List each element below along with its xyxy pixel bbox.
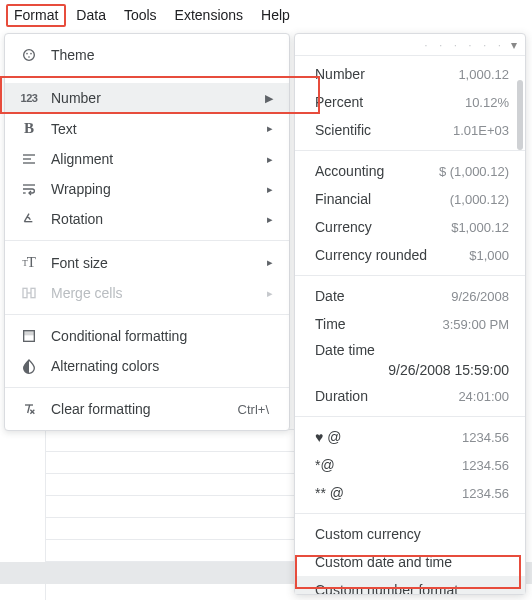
submenu-item-token-heart[interactable]: ♥ @ 1234.56	[295, 423, 525, 451]
svg-point-3	[28, 56, 30, 58]
menu-item-wrapping[interactable]: Wrapping ▸	[5, 174, 289, 204]
submenu-label: Scientific	[315, 122, 371, 138]
submenu-example: 1,000.12	[458, 67, 509, 82]
overflow-toolbar-icons: · · · · · ·	[424, 38, 505, 52]
menu-item-rotation[interactable]: Rotation ▸	[5, 204, 289, 234]
menu-item-text[interactable]: B Text ▸	[5, 113, 289, 144]
submenu-example: 9/26/2008	[451, 289, 509, 304]
menu-item-label: Clear formatting	[51, 401, 226, 417]
submenu-item-accounting[interactable]: Accounting $ (1,000.12)	[295, 157, 525, 185]
menu-item-label: Number	[51, 90, 253, 106]
submenu-label: Accounting	[315, 163, 384, 179]
submenu-item-scientific[interactable]: Scientific 1.01E+03	[295, 116, 525, 144]
submenu-label: Date time	[315, 342, 375, 358]
submenu-example: 1234.56	[462, 430, 509, 445]
submenu-example: 1.01E+03	[453, 123, 509, 138]
submenu-item-currency-rounded[interactable]: Currency rounded $1,000	[295, 241, 525, 269]
submenu-example: 24:01:00	[458, 389, 509, 404]
menu-item-label: Wrapping	[51, 181, 255, 197]
menu-item-number[interactable]: 123 Number ▶	[5, 83, 289, 113]
submenu-example: $1,000	[469, 248, 509, 263]
menu-item-conditional-formatting[interactable]: Conditional formatting	[5, 321, 289, 351]
submenu-item-number[interactable]: Number 1,000.12	[295, 60, 525, 88]
align-icon	[19, 151, 39, 167]
menu-item-theme[interactable]: Theme	[5, 40, 289, 70]
svg-rect-9	[23, 288, 27, 297]
keyboard-shortcut: Ctrl+\	[238, 402, 269, 417]
menu-item-label: Alternating colors	[51, 358, 275, 374]
menu-item-label: Theme	[51, 47, 275, 63]
number-submenu: · · · · · · ▾ Number 1,000.12 Percent 10…	[294, 33, 526, 595]
menu-item-label: Rotation	[51, 211, 255, 227]
submenu-arrow-icon: ▶	[265, 92, 273, 105]
menu-item-label: Font size	[51, 255, 255, 271]
separator	[5, 76, 289, 77]
submenu-label: ♥ @	[315, 429, 341, 445]
submenu-item-token-star[interactable]: *@ 1234.56	[295, 451, 525, 479]
menu-data[interactable]: Data	[68, 4, 114, 27]
separator	[5, 240, 289, 241]
submenu-label: ** @	[315, 485, 344, 501]
rotation-icon	[19, 211, 39, 227]
wrap-icon	[19, 181, 39, 197]
submenu-item-time[interactable]: Time 3:59:00 PM	[295, 310, 525, 338]
merge-cells-icon	[19, 285, 39, 301]
menu-item-merge-cells: Merge cells ▸	[5, 278, 289, 308]
separator	[5, 314, 289, 315]
menu-item-alternating-colors[interactable]: Alternating colors	[5, 351, 289, 381]
menu-item-label: Text	[51, 121, 255, 137]
submenu-item-percent[interactable]: Percent 10.12%	[295, 88, 525, 116]
submenu-item-date[interactable]: Date 9/26/2008	[295, 282, 525, 310]
submenu-label: Custom currency	[315, 526, 509, 542]
submenu-item-token-doublestar[interactable]: ** @ 1234.56	[295, 479, 525, 507]
submenu-arrow-icon: ▸	[267, 183, 273, 196]
submenu-arrow-icon: ▸	[267, 287, 273, 300]
submenu-example: (1,000.12)	[450, 192, 509, 207]
svg-point-2	[30, 53, 32, 55]
vertical-scrollbar[interactable]	[517, 80, 523, 150]
menu-format[interactable]: Format	[6, 4, 66, 27]
conditional-formatting-icon	[19, 328, 39, 344]
svg-rect-10	[31, 288, 35, 297]
menu-help[interactable]: Help	[253, 4, 298, 27]
svg-rect-13	[24, 331, 35, 335]
submenu-example: 10.12%	[465, 95, 509, 110]
submenu-item-currency[interactable]: Currency $1,000.12	[295, 213, 525, 241]
svg-point-1	[26, 53, 28, 55]
alternating-colors-icon	[19, 358, 39, 374]
format-dropdown: Theme 123 Number ▶ B Text ▸ Alignment ▸ …	[4, 33, 290, 431]
chevron-up-icon[interactable]: ▾	[511, 38, 517, 52]
submenu-example: 3:59:00 PM	[443, 317, 510, 332]
submenu-item-date-time[interactable]: Date time 9/26/2008 15:59:00	[295, 338, 525, 382]
submenu-item-duration[interactable]: Duration 24:01:00	[295, 382, 525, 410]
menubar: Format Data Tools Extensions Help	[0, 0, 532, 33]
bold-icon: B	[19, 120, 39, 137]
separator	[295, 416, 525, 417]
submenu-example: $1,000.12	[451, 220, 509, 235]
submenu-label: Custom number format	[315, 582, 509, 594]
menu-item-clear-formatting[interactable]: Clear formatting Ctrl+\	[5, 394, 289, 424]
submenu-example: 9/26/2008 15:59:00	[388, 362, 509, 378]
submenu-label: Currency rounded	[315, 247, 427, 263]
submenu-label: Number	[315, 66, 365, 82]
submenu-arrow-icon: ▸	[267, 153, 273, 166]
submenu-label: Date	[315, 288, 345, 304]
submenu-label: Time	[315, 316, 346, 332]
submenu-arrow-icon: ▸	[267, 256, 273, 269]
theme-icon	[19, 47, 39, 63]
submenu-label: Currency	[315, 219, 372, 235]
menu-item-label: Conditional formatting	[51, 328, 275, 344]
clear-formatting-icon	[19, 401, 39, 417]
menu-item-alignment[interactable]: Alignment ▸	[5, 144, 289, 174]
submenu-item-financial[interactable]: Financial (1,000.12)	[295, 185, 525, 213]
menu-extensions[interactable]: Extensions	[167, 4, 251, 27]
submenu-label: Financial	[315, 191, 371, 207]
submenu-item-custom-date-time[interactable]: Custom date and time	[295, 548, 525, 576]
separator	[5, 387, 289, 388]
submenu-item-custom-number-format[interactable]: Custom number format	[295, 576, 525, 594]
submenu-arrow-icon: ▸	[267, 122, 273, 135]
svg-point-0	[24, 50, 35, 61]
menu-tools[interactable]: Tools	[116, 4, 165, 27]
menu-item-font-size[interactable]: TT Font size ▸	[5, 247, 289, 278]
submenu-item-custom-currency[interactable]: Custom currency	[295, 520, 525, 548]
